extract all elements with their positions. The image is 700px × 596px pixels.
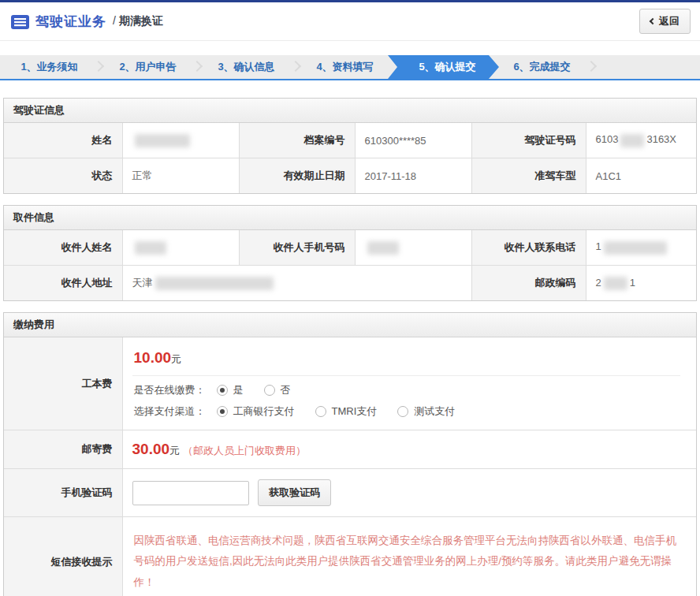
file-no-value: 610300****85 bbox=[355, 123, 471, 158]
valid-until-label: 有效期止日期 bbox=[239, 158, 355, 194]
section-title: 取件信息 bbox=[4, 206, 696, 230]
breadcrumb-current: /期满换证 bbox=[113, 14, 163, 28]
table-row: 手机验证码 获取验证码 bbox=[4, 469, 696, 517]
mail-fee-label: 邮寄费 bbox=[4, 430, 122, 469]
radio-channel-tmri[interactable]: TMRI支付 bbox=[315, 404, 378, 419]
production-fee-amount: 10.00元 bbox=[132, 337, 687, 375]
recipient-phone-value: 1 bbox=[586, 230, 696, 266]
page-header: 驾驶证业务 /期满换证 返回 bbox=[0, 2, 700, 41]
production-fee-cell: 10.00元 是否在线缴费： 是 否 选择支付渠道： bbox=[122, 337, 696, 430]
pickup-info-section: 取件信息 收件人姓名 收件人手机号码 收件人联系电话 1 收件人地址 天津 邮政… bbox=[3, 205, 697, 301]
radio-selected-icon bbox=[217, 385, 228, 396]
table-row: 短信接收提示 因陕西省联通、电信运营商技术问题，陕西省互联网交通安全综合服务管理… bbox=[4, 517, 696, 596]
page-title: 驾驶证业务 bbox=[35, 13, 106, 31]
redacted-blur bbox=[620, 134, 644, 147]
pay-channel-question: 选择支付渠道： bbox=[134, 404, 206, 419]
step-6-complete-submit[interactable]: 6、完成提交 bbox=[493, 55, 591, 79]
table-row: 状态 正常 有效期止日期 2017-11-18 准驾车型 A1C1 bbox=[4, 158, 696, 194]
captcha-label: 手机验证码 bbox=[4, 469, 122, 517]
captcha-cell: 获取验证码 bbox=[122, 469, 696, 517]
radio-channel-test[interactable]: 测试支付 bbox=[397, 404, 455, 419]
vehicle-class-value: A1C1 bbox=[586, 158, 696, 194]
recipient-mobile-value bbox=[355, 230, 471, 266]
recipient-phone-label: 收件人联系电话 bbox=[471, 230, 586, 266]
step-4-fill-data[interactable]: 4、资料填写 bbox=[296, 55, 394, 79]
redacted-blur bbox=[135, 134, 190, 147]
table-row: 收件人姓名 收件人手机号码 收件人联系电话 1 bbox=[4, 230, 696, 266]
payment-table: 工本费 10.00元 是否在线缴费： 是 否 选择支付渠道： bbox=[4, 337, 696, 596]
table-row: 邮寄费 30.00元（邮政人员上门收取费用） bbox=[4, 430, 696, 469]
step-progress-bar: 1、业务须知 2、用户申告 3、确认信息 4、资料填写 5、确认提交 6、完成提… bbox=[0, 55, 700, 80]
redacted-blur bbox=[604, 277, 627, 290]
sms-tip-text: 因陕西省联通、电信运营商技术问题，陕西省互联网交通安全综合服务管理平台无法向持陕… bbox=[132, 527, 687, 596]
radio-online-yes[interactable]: 是 bbox=[217, 383, 244, 397]
radio-channel-icbc[interactable]: 工商银行支付 bbox=[217, 404, 295, 419]
postal-code-value: 21 bbox=[586, 266, 696, 301]
pickup-info-table: 收件人姓名 收件人手机号码 收件人联系电话 1 收件人地址 天津 邮政编码 21 bbox=[4, 230, 696, 300]
section-title: 缴纳费用 bbox=[4, 313, 696, 337]
postal-code-label: 邮政编码 bbox=[471, 266, 586, 301]
online-pay-question: 是否在线缴费： bbox=[134, 383, 206, 397]
address-label: 收件人地址 bbox=[4, 266, 122, 301]
file-no-label: 档案编号 bbox=[239, 123, 355, 158]
redacted-blur bbox=[604, 241, 667, 255]
radio-selected-icon bbox=[217, 406, 228, 417]
step-2-user-declaration[interactable]: 2、用户申告 bbox=[99, 55, 197, 79]
radio-icon bbox=[397, 406, 408, 417]
sms-tip-label: 短信接收提示 bbox=[4, 517, 122, 596]
redacted-blur bbox=[135, 241, 166, 255]
production-fee-label: 工本费 bbox=[4, 337, 122, 430]
step-bar-filler bbox=[591, 55, 700, 79]
sms-tip-cell: 因陕西省联通、电信运营商技术问题，陕西省互联网交通安全综合服务管理平台无法向持陕… bbox=[122, 517, 696, 596]
back-button[interactable]: 返回 bbox=[639, 9, 691, 34]
license-no-label: 驾驶证号码 bbox=[471, 123, 586, 158]
recipient-name-value bbox=[122, 230, 239, 266]
mail-fee-note: （邮政人员上门收取费用） bbox=[183, 445, 306, 456]
pay-channel-choice: 选择支付渠道： 工商银行支付 TMRI支付 测试支付 bbox=[132, 397, 687, 430]
payment-section: 缴纳费用 工本费 10.00元 是否在线缴费： 是 否 bbox=[3, 312, 697, 596]
license-list-icon bbox=[11, 15, 29, 29]
redacted-blur bbox=[367, 241, 399, 255]
step-1-business-notice[interactable]: 1、业务须知 bbox=[0, 55, 99, 79]
captcha-input[interactable] bbox=[132, 481, 249, 505]
name-label: 姓名 bbox=[4, 123, 122, 158]
license-info-table: 姓名 档案编号 610300****85 驾驶证号码 61033163X 状态 … bbox=[4, 123, 696, 193]
online-pay-choice: 是否在线缴费： 是 否 bbox=[132, 376, 687, 397]
recipient-name-label: 收件人姓名 bbox=[4, 230, 122, 266]
get-captcha-button[interactable]: 获取验证码 bbox=[258, 479, 331, 506]
table-row: 姓名 档案编号 610300****85 驾驶证号码 61033163X bbox=[4, 123, 696, 158]
table-row: 工本费 10.00元 是否在线缴费： 是 否 选择支付渠道： bbox=[4, 337, 696, 430]
license-info-section: 驾驶证信息 姓名 档案编号 610300****85 驾驶证号码 6103316… bbox=[3, 98, 697, 194]
name-value bbox=[122, 123, 239, 158]
step-3-confirm-info[interactable]: 3、确认信息 bbox=[197, 55, 296, 79]
license-no-value: 61033163X bbox=[586, 123, 696, 158]
radio-icon bbox=[264, 385, 275, 396]
vehicle-class-label: 准驾车型 bbox=[471, 158, 586, 194]
chevron-left-icon bbox=[650, 18, 656, 24]
redacted-blur bbox=[155, 277, 274, 290]
step-5-confirm-submit-active[interactable]: 5、确认提交 bbox=[388, 55, 499, 79]
status-value: 正常 bbox=[122, 158, 239, 194]
recipient-mobile-label: 收件人手机号码 bbox=[239, 230, 355, 266]
mail-fee-cell: 30.00元（邮政人员上门收取费用） bbox=[122, 430, 696, 469]
radio-online-no[interactable]: 否 bbox=[264, 383, 291, 397]
section-title: 驾驶证信息 bbox=[4, 99, 696, 123]
table-row: 收件人地址 天津 邮政编码 21 bbox=[4, 266, 696, 301]
status-label: 状态 bbox=[4, 158, 122, 194]
address-value: 天津 bbox=[122, 266, 471, 301]
valid-until-value: 2017-11-18 bbox=[355, 158, 471, 194]
radio-icon bbox=[315, 406, 326, 417]
